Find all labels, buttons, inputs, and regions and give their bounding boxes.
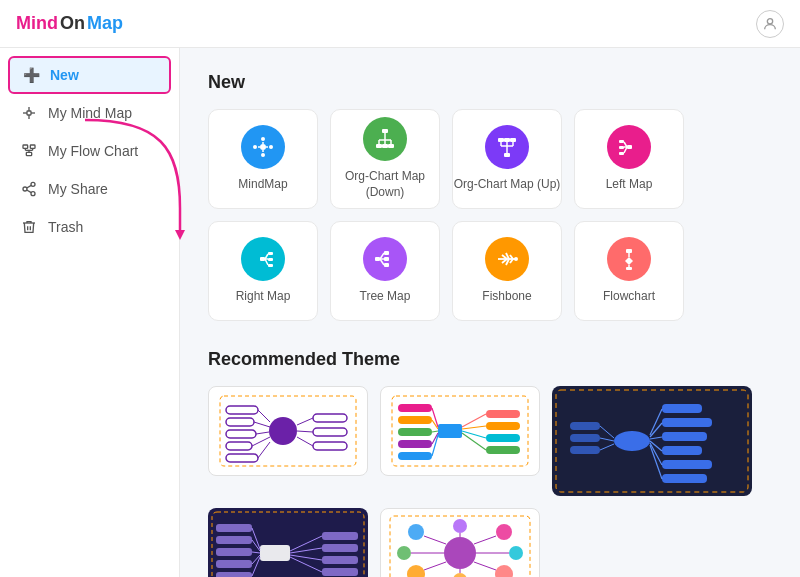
svg-rect-143	[216, 548, 252, 556]
svg-rect-101	[398, 428, 432, 436]
trash-icon	[20, 218, 38, 236]
svg-line-64	[380, 253, 384, 259]
mindmap-label: MindMap	[238, 177, 287, 193]
map-card-org-chart-down[interactable]: Org-Chart Map(Down)	[330, 109, 440, 209]
theme-card-1[interactable]	[208, 386, 368, 476]
org-chart-down-label: Org-Chart Map(Down)	[345, 169, 425, 200]
layout: ➕ New My Mind Map My Flow Chart My Share	[0, 48, 800, 577]
svg-point-164	[496, 524, 512, 540]
share-icon	[20, 180, 38, 198]
svg-rect-111	[486, 434, 520, 442]
svg-rect-38	[498, 138, 504, 142]
svg-rect-48	[619, 146, 624, 149]
svg-rect-28	[382, 129, 388, 133]
svg-rect-30	[382, 144, 388, 148]
theme-card-3[interactable]	[552, 386, 752, 496]
svg-line-174	[474, 562, 496, 570]
sidebar-item-my-mind-map[interactable]: My Mind Map	[0, 94, 179, 132]
map-card-tree-map[interactable]: Tree Map	[330, 221, 440, 321]
svg-rect-1	[27, 111, 31, 115]
svg-rect-92	[313, 428, 347, 436]
svg-rect-154	[322, 568, 358, 576]
svg-rect-122	[662, 432, 707, 441]
left-map-icon-circle	[607, 125, 651, 169]
map-card-flowchart[interactable]: Flowchart	[574, 221, 684, 321]
map-card-org-chart-up[interactable]: Org-Chart Map (Up)	[452, 109, 562, 209]
svg-point-13	[31, 182, 35, 186]
svg-rect-132	[570, 422, 600, 430]
user-avatar[interactable]	[756, 10, 784, 38]
svg-line-114	[462, 426, 486, 429]
svg-rect-37	[504, 153, 510, 157]
plus-icon: ➕	[22, 66, 40, 84]
svg-rect-103	[398, 452, 432, 460]
svg-line-106	[432, 431, 438, 432]
theme-card-2[interactable]	[380, 386, 540, 476]
svg-rect-83	[226, 430, 256, 438]
svg-rect-6	[23, 145, 28, 148]
logo-mind: Mind	[16, 13, 58, 34]
svg-line-88	[256, 432, 269, 434]
svg-rect-102	[398, 440, 432, 448]
sidebar-item-new[interactable]: ➕ New	[8, 56, 171, 94]
svg-point-80	[269, 417, 297, 445]
sidebar-item-trash[interactable]: Trash	[0, 208, 179, 246]
new-section-title: New	[208, 72, 772, 93]
svg-rect-84	[226, 442, 252, 450]
svg-line-66	[380, 259, 384, 265]
sidebar-label-my-flow-chart: My Flow Chart	[48, 143, 138, 159]
svg-rect-77	[626, 267, 632, 270]
right-map-label: Right Map	[236, 289, 291, 305]
map-card-left-map[interactable]: Left Map	[574, 109, 684, 209]
svg-point-163	[407, 565, 425, 577]
svg-rect-56	[268, 264, 273, 267]
svg-rect-62	[384, 257, 389, 261]
svg-line-116	[462, 433, 486, 450]
map-card-fishbone[interactable]: Fishbone	[452, 221, 562, 321]
svg-rect-55	[268, 258, 273, 261]
svg-line-86	[258, 410, 270, 422]
theme-4-preview	[210, 510, 366, 577]
flowchart-icon	[20, 142, 38, 160]
svg-rect-151	[322, 532, 358, 540]
svg-point-15	[31, 192, 35, 196]
svg-rect-53	[260, 257, 265, 261]
svg-rect-133	[570, 434, 600, 442]
org-chart-down-icon-circle	[363, 117, 407, 161]
flowchart-icon-circle	[607, 237, 651, 281]
sidebar-label-trash: Trash	[48, 219, 83, 235]
svg-rect-120	[662, 404, 702, 413]
svg-point-20	[261, 137, 265, 141]
svg-rect-91	[313, 414, 347, 422]
fishbone-icon-circle	[485, 237, 529, 281]
logo-on: On	[60, 13, 85, 34]
svg-rect-81	[226, 406, 258, 414]
svg-point-119	[614, 431, 650, 451]
theme-card-5[interactable]	[380, 508, 540, 577]
sidebar-item-my-flow-chart[interactable]: My Flow Chart	[0, 132, 179, 170]
header: MindOnMap	[0, 0, 800, 48]
svg-rect-134	[570, 446, 600, 454]
svg-rect-61	[384, 251, 389, 255]
map-card-mindmap[interactable]: MindMap	[208, 109, 318, 209]
flowchart-label: Flowchart	[603, 289, 655, 305]
map-card-right-map[interactable]: Right Map	[208, 221, 318, 321]
svg-rect-54	[268, 252, 273, 255]
svg-point-21	[261, 153, 265, 157]
svg-point-0	[767, 18, 772, 23]
map-type-grid: MindMap Org-Chart Map(Down) Org-Chart Ma…	[208, 109, 772, 321]
svg-rect-144	[216, 560, 252, 568]
tree-map-icon-circle	[363, 237, 407, 281]
svg-line-171	[424, 562, 446, 570]
svg-rect-121	[662, 418, 712, 427]
svg-rect-140	[260, 545, 290, 561]
theme-card-4[interactable]	[208, 508, 368, 577]
theme-2-preview	[390, 394, 530, 468]
sidebar-item-my-share[interactable]: My Share	[0, 170, 179, 208]
svg-point-74	[514, 257, 518, 261]
svg-rect-31	[388, 144, 394, 148]
svg-line-89	[252, 437, 270, 446]
svg-line-90	[258, 442, 270, 458]
svg-rect-152	[322, 544, 358, 552]
sidebar-label-new: New	[50, 67, 79, 83]
